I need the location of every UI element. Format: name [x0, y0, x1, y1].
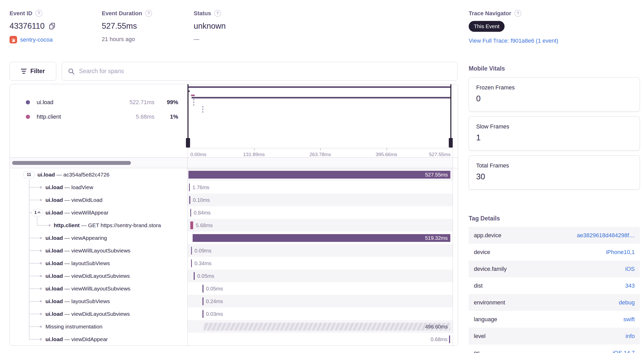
view-full-trace-link[interactable]: View Full Trace: f901a8e6 (1 event) [469, 37, 558, 44]
span-duration-bar[interactable] [190, 221, 193, 229]
span-row[interactable]: ui.load — viewDidAppear0.68ms [10, 333, 458, 346]
span-duration-bar[interactable]: 519.32ms [193, 234, 450, 242]
search-input[interactable] [79, 68, 452, 75]
span-duration-bar[interactable] [189, 196, 190, 204]
span-row[interactable]: ui.load — layoutSubViews0.24ms [10, 295, 458, 308]
tree-connector-dot [40, 326, 42, 328]
span-tree-cell: ui.load — viewDidLayoutSubviews [10, 308, 188, 320]
event-id-column: Event ID ? 43376110 sentry-cocoa [10, 10, 56, 43]
span-count-pill[interactable]: 11 [23, 171, 35, 178]
span-duration-bar[interactable]: 496.60ms [204, 323, 450, 331]
tag-value-link[interactable]: ae3829618d484298f… [501, 232, 635, 239]
span-row[interactable]: Missing instrumentation496.60ms [10, 320, 458, 333]
span-row[interactable]: ui.load — layoutSubViews0.34ms [10, 257, 458, 270]
minimap-right-handle-grip[interactable] [449, 138, 453, 148]
help-icon[interactable]: ? [514, 10, 521, 17]
span-tree-cell: 1ui.load — viewWillAppear [10, 206, 188, 219]
tree-connector-dot [40, 250, 42, 252]
vital-card-value: 0 [476, 94, 632, 103]
legend-item[interactable]: http.client5.68ms1% [26, 110, 178, 124]
span-row[interactable]: 11ui.load — ac354af5e82c4726527.55ms [10, 168, 458, 181]
tag-value-link[interactable]: info [485, 333, 635, 340]
span-row[interactable]: ui.load — viewDidLoad0.10ms [10, 194, 458, 206]
tag-value-link[interactable]: iOS [507, 266, 635, 272]
help-icon[interactable]: ? [214, 10, 221, 17]
vertical-scroll-gutter[interactable] [453, 84, 458, 157]
horizontal-scrollbar-thumb[interactable] [12, 161, 131, 165]
span-duration-label: 0.68ms [430, 336, 447, 342]
scroll-gutter-cell [453, 308, 458, 320]
vital-card-label: Total Frames [476, 162, 632, 169]
vital-card-value: 30 [476, 172, 632, 181]
span-tree-cell: ui.load — viewAppearing [10, 232, 188, 244]
tree-connector [29, 288, 41, 289]
span-row[interactable]: ui.load — viewWillLayoutSubviews0.09ms [10, 244, 458, 257]
help-icon[interactable]: ? [35, 10, 42, 17]
minimap-right-handle[interactable] [450, 84, 451, 139]
tree-connector-dot [40, 275, 42, 277]
scroll-gutter-cell [453, 257, 458, 270]
span-duration-label: 519.32ms [425, 234, 448, 242]
minimap-http-span [191, 95, 195, 96]
span-bar-cell: 0.05ms [188, 282, 453, 295]
span-tree-cell: Missing instrumentation [10, 320, 188, 333]
span-duration-bar[interactable]: 527.55ms [189, 171, 450, 179]
span-duration-bar[interactable] [190, 209, 191, 217]
span-row[interactable]: ui.load — viewWillLayoutSubviews0.05ms [10, 282, 458, 295]
span-label: Missing instrumentation [45, 324, 103, 330]
span-bar-cell: 0.68ms [188, 333, 453, 346]
ops-breakdown-legend: ui.load522.71ms99%http.client5.68ms1% [10, 84, 188, 157]
tag-value-link[interactable]: iPhone10,1 [490, 249, 635, 256]
span-bar-cell: 0.10ms [188, 194, 453, 206]
span-duration-bar[interactable] [202, 310, 203, 318]
copy-icon[interactable] [48, 22, 56, 30]
span-row[interactable]: ui.load — loadView1.76ms [10, 181, 458, 194]
span-duration-bar[interactable] [449, 335, 450, 343]
tree-connector-dot [40, 237, 42, 239]
vital-card[interactable]: Total Frames30 [469, 155, 640, 190]
scroll-gutter-cell [453, 244, 458, 257]
span-row[interactable]: ui.load — viewDidLayoutSubviews0.03ms [10, 308, 458, 320]
span-row[interactable]: ui.load — viewAppearing519.32ms [10, 232, 458, 244]
axis-tick-label: 527.55ms [429, 152, 451, 157]
trace-minimap[interactable]: 0.00ms131.89ms263.78ms395.66ms527.55ms [188, 84, 458, 157]
legend-op-label: http.client [37, 113, 118, 120]
span-bar-cell: 0.84ms [188, 206, 453, 219]
span-duration-bar[interactable] [191, 259, 192, 267]
vital-card[interactable]: Slow Frames1 [469, 116, 640, 151]
help-icon[interactable]: ? [145, 10, 152, 17]
minimap-left-handle[interactable] [187, 84, 189, 139]
status-value: unknown [194, 21, 226, 31]
span-duration-bar[interactable] [202, 285, 203, 293]
span-tree-cell: ui.load — viewDidLayoutSubviews [10, 270, 188, 282]
filter-button[interactable]: Filter [10, 62, 56, 81]
tag-value-link[interactable]: 343 [483, 282, 635, 289]
span-duration-label: 0.03ms [206, 311, 223, 317]
vital-card[interactable]: Frozen Frames0 [469, 77, 640, 112]
span-row[interactable]: ui.load — viewDidLayoutSubviews0.05ms [10, 270, 458, 282]
span-row[interactable]: http.client — GET https://sentry-brand.s… [10, 219, 458, 232]
legend-op-label: ui.load [37, 99, 118, 106]
tag-value-link[interactable]: debug [505, 299, 635, 306]
tree-connector [29, 187, 41, 188]
span-duration-bar[interactable] [189, 183, 190, 191]
tag-value-link[interactable]: iOS 14.7 [480, 350, 635, 353]
tree-connector [29, 339, 41, 340]
span-tree-cell: ui.load — layoutSubViews [10, 257, 188, 270]
span-row[interactable]: 1ui.load — viewWillAppear0.84ms [10, 206, 458, 219]
collapse-pill[interactable]: 1 [32, 209, 43, 216]
span-bar-cell: 0.34ms [188, 257, 453, 270]
span-duration-bar[interactable] [202, 297, 203, 305]
minimap-span [189, 90, 190, 92]
span-duration-bar[interactable] [191, 247, 192, 255]
project-link[interactable]: sentry-cocoa [20, 36, 53, 43]
tag-row: dist343 [469, 277, 640, 294]
span-label: ui.load — loadView [45, 184, 93, 190]
legend-item[interactable]: ui.load522.71ms99% [26, 95, 178, 110]
minimap-left-handle-grip[interactable] [186, 138, 190, 148]
tree-connector-dot [40, 186, 42, 188]
span-tree-cell: ui.load — viewDidLoad [10, 194, 188, 206]
tag-value-link[interactable]: swift [497, 316, 635, 323]
minimap-canvas[interactable] [188, 84, 453, 148]
span-duration-bar[interactable] [194, 272, 195, 280]
